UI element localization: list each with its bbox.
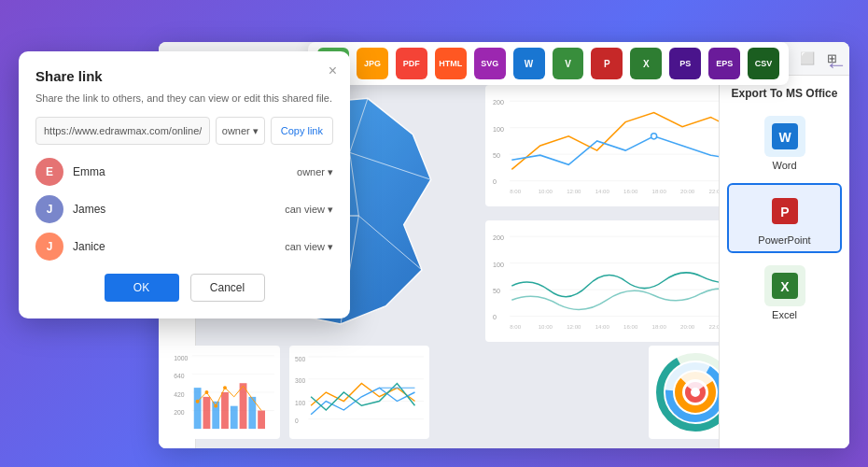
svg-text:100: 100 — [493, 262, 504, 269]
svg-rect-48 — [258, 411, 265, 430]
ps-btn[interactable]: PS — [669, 48, 701, 79]
svg-text:0: 0 — [493, 314, 497, 321]
svg-rect-41 — [194, 388, 202, 429]
copy-link-button[interactable]: Copy link — [271, 117, 333, 145]
svg-text:P: P — [780, 205, 789, 219]
top-line-chart: 200 100 50 0 8:00 10:00 12:00 14:00 16:0… — [485, 85, 747, 206]
user-role-label-james: can view — [285, 204, 325, 215]
close-button[interactable]: × — [329, 63, 337, 79]
svg-text:200: 200 — [493, 99, 504, 106]
copy-link-label: Copy link — [281, 125, 323, 136]
bottom-mid-chart: 500 300 100 0 — [289, 346, 429, 439]
svg-text:14:00: 14:00 — [595, 323, 610, 330]
url-role-chevron: ▾ — [253, 125, 259, 137]
svg-text:50: 50 — [493, 288, 500, 295]
svg-text:20:00: 20:00 — [680, 188, 695, 194]
ppt-icon: P — [772, 198, 798, 224]
svg-text:16:00: 16:00 — [623, 188, 638, 194]
chevron-james: ▾ — [328, 204, 333, 216]
cancel-button[interactable]: Cancel — [190, 274, 265, 302]
ok-button[interactable]: OK — [105, 274, 179, 302]
user-name-emma: Emma — [73, 165, 297, 178]
url-role-label: owner — [222, 125, 250, 136]
svg-text:12:00: 12:00 — [567, 188, 581, 194]
bottom-chart-svg: 200 100 50 0 8:00 10:00 12:00 14:00 16:0… — [493, 228, 739, 334]
user-row-james: J James can view ▾ — [35, 195, 333, 223]
avatar-janice: J — [35, 233, 63, 261]
svg-text:100: 100 — [493, 126, 504, 134]
svg-rect-42 — [203, 397, 211, 429]
csv-btn[interactable]: CSV — [748, 48, 779, 79]
svg-text:0: 0 — [295, 417, 299, 424]
svg-text:12:00: 12:00 — [567, 323, 581, 330]
export-excel-item[interactable]: X Excel — [727, 259, 842, 327]
chevron-emma: ▾ — [328, 166, 333, 178]
svg-text:18:00: 18:00 — [652, 188, 667, 194]
avatar-james: J — [35, 195, 63, 223]
bottom-bar-chart: 1000 640 420 200 — [168, 346, 280, 439]
user-role-james[interactable]: can view ▾ — [285, 204, 333, 216]
arrow-indicator: ← — [825, 51, 847, 78]
user-row-janice: J Janice can view ▾ — [35, 233, 333, 261]
svg-text:20:00: 20:00 — [680, 323, 695, 330]
word-icon-box: W — [764, 116, 805, 157]
dialog-description: Share the link to others, and they can v… — [35, 92, 333, 106]
svg-rect-44 — [221, 392, 229, 429]
share-dialog: × Share link Share the link to others, a… — [19, 51, 350, 318]
svg-text:8:00: 8:00 — [510, 188, 521, 194]
mid-chart-svg: 500 300 100 0 — [295, 351, 424, 433]
ppt-label: PowerPoint — [758, 234, 810, 246]
svg-text:0: 0 — [493, 178, 497, 186]
eps-btn[interactable]: EPS — [708, 48, 740, 79]
html-btn[interactable]: HTML — [435, 48, 467, 79]
export-powerpoint-item[interactable]: P PowerPoint — [727, 183, 842, 253]
url-input[interactable] — [35, 117, 210, 145]
chevron-janice: ▾ — [328, 241, 333, 253]
svg-text:100: 100 — [295, 400, 305, 406]
svg-text:W: W — [778, 130, 791, 145]
user-role-label-emma: owner — [297, 166, 325, 177]
excel-label: Excel — [772, 309, 797, 320]
bar-chart-svg: 1000 640 420 200 — [174, 351, 274, 433]
svg-text:640: 640 — [174, 373, 185, 379]
user-name-james: James — [73, 203, 285, 216]
jpg-btn[interactable]: JPG — [357, 48, 388, 79]
svg-text:200: 200 — [174, 409, 185, 416]
export-panel: Export To MS Office W Word P — [719, 76, 849, 448]
svg-text:8:00: 8:00 — [510, 323, 521, 330]
user-row-emma: E Emma owner ▾ — [35, 158, 333, 186]
user-role-janice[interactable]: can view ▾ — [285, 241, 333, 253]
dialog-title: Share link — [35, 68, 333, 84]
export-word-item[interactable]: W Word — [727, 109, 842, 177]
dialog-actions: OK Cancel — [35, 274, 333, 302]
word-btn[interactable]: W — [513, 48, 545, 79]
svg-text:420: 420 — [174, 391, 185, 398]
crop-tool[interactable]: ⬜ — [797, 49, 818, 69]
pdf-btn[interactable]: PDF — [396, 48, 427, 79]
ppt-icon-box: P — [764, 191, 805, 232]
excel-btn[interactable]: X — [630, 48, 662, 79]
svg-text:X: X — [780, 279, 790, 294]
user-role-label-janice: can view — [285, 241, 325, 252]
bottom-line-chart: 200 100 50 0 8:00 10:00 12:00 14:00 16:0… — [485, 220, 747, 342]
url-role-select[interactable]: owner ▾ — [216, 117, 265, 145]
visio-btn[interactable]: V — [553, 48, 584, 79]
svg-text:50: 50 — [493, 152, 500, 160]
excel-icon: X — [772, 273, 798, 299]
svg-text:14:00: 14:00 — [595, 188, 610, 194]
svg-text:10:00: 10:00 — [539, 188, 553, 194]
svg-text:18:00: 18:00 — [652, 323, 667, 330]
user-role-emma[interactable]: owner ▾ — [297, 166, 333, 178]
excel-icon-box: X — [764, 265, 805, 306]
avatar-emma: E — [35, 158, 63, 186]
svg-text:500: 500 — [295, 356, 305, 362]
svg-point-16 — [651, 134, 657, 139]
ppt-btn[interactable]: P — [591, 48, 623, 79]
top-chart-svg: 200 100 50 0 8:00 10:00 12:00 14:00 16:0… — [493, 92, 739, 199]
svg-text:16:00: 16:00 — [623, 323, 638, 330]
word-icon: W — [772, 123, 798, 149]
svg-text:200: 200 — [493, 234, 504, 242]
svg-btn[interactable]: SVG — [474, 48, 506, 79]
user-name-janice: Janice — [73, 240, 285, 253]
svg-text:10:00: 10:00 — [539, 323, 553, 330]
